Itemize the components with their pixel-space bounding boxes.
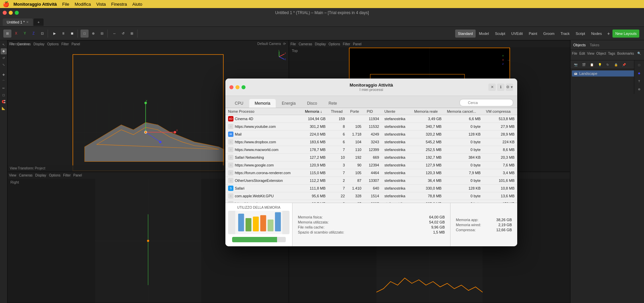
menu-finestra[interactable]: Finestra	[111, 2, 127, 7]
toolbar-y-btn[interactable]: Y	[21, 30, 29, 38]
vt-top-cameras[interactable]: Cameras	[299, 42, 312, 46]
am-btn-info[interactable]: ℹ	[497, 84, 504, 91]
th-memory[interactable]: Memoria ↓	[302, 108, 328, 115]
vt-filter[interactable]: Filter	[61, 42, 69, 46]
vt-display[interactable]: Display	[34, 42, 45, 46]
mode-tab-track[interactable]: Track	[558, 30, 572, 38]
toolbar-mode-btn[interactable]: ⊞	[3, 30, 11, 38]
table-row[interactable]: ○https://www.macworld.com 178,7 MB 7 110…	[225, 146, 517, 154]
rp-icon-render[interactable]: 🎬	[580, 61, 587, 68]
table-row[interactable]: ○com.apple.WebKit.GPU 95,6 MB 22 328 151…	[225, 192, 517, 200]
am-btn-close[interactable]: ✕	[488, 84, 496, 91]
mode-tab-script[interactable]: Script	[573, 30, 588, 38]
vt-right-display[interactable]: Display	[35, 173, 46, 177]
table-row[interactable]: ○https://www.google.com 120,9 MB 3 90 12…	[225, 161, 517, 169]
am-maximize-button[interactable]	[241, 85, 246, 89]
mode-tab-sculpt[interactable]: Sculpt	[492, 30, 508, 38]
c4d-tab-untitled[interactable]: Untitled 1 * ✕	[3, 18, 33, 26]
menu-file[interactable]: File	[62, 2, 69, 7]
vt-top-filter[interactable]: Filter	[343, 42, 350, 46]
table-row[interactable]: ○https://www.youtube.com 301,2 MB 8 105 …	[225, 123, 517, 131]
table-row[interactable]: ○https://forum.corona-renderer.com 115,0…	[225, 169, 517, 177]
rp-icon-camera[interactable]: 📷	[572, 61, 579, 68]
menu-modifica[interactable]: Modifica	[74, 2, 91, 7]
rp-icon-layer[interactable]: 📋	[588, 61, 595, 68]
table-row[interactable]: ○OtherUsersStorageExtension 112,2 MB 2 8…	[225, 177, 517, 185]
tool-create[interactable]: ✚	[1, 72, 7, 78]
am-tab-rete[interactable]: Rete	[323, 99, 342, 108]
table-row[interactable]: 4DCinema 4D 104,94 GB 159 11934 stefanos…	[225, 115, 517, 123]
vt-top-panel[interactable]: Panel	[353, 42, 362, 46]
tool-select[interactable]: ◻	[1, 92, 7, 98]
vt-panel[interactable]: Panel	[71, 42, 80, 46]
rp-view[interactable]: View	[587, 52, 594, 55]
toolbar-stop-btn[interactable]: ⏹	[68, 30, 76, 38]
rp-edit[interactable]: Edit	[579, 52, 585, 55]
toolbar-view-btn[interactable]: □	[80, 30, 89, 38]
toolbar-play-btn[interactable]: ▶	[51, 30, 59, 38]
table-row[interactable]: ✉Mail 224,0 MB 6 1.718 4249 stefanostrik…	[225, 131, 517, 138]
rp-icon-lock[interactable]: 🔒	[612, 61, 620, 68]
tool-scale[interactable]: ⤡	[1, 62, 7, 68]
tool-cursor[interactable]: ↖	[1, 42, 7, 48]
toolbar-move-btn[interactable]: ↔	[110, 30, 118, 38]
tool-paint[interactable]: ✏	[1, 85, 7, 91]
tool-snap[interactable]: 🧲	[1, 99, 7, 105]
th-ports[interactable]: Porte	[347, 108, 364, 115]
rp-icon-pin[interactable]: 📌	[620, 61, 628, 68]
mode-tab-nodes[interactable]: Nodes	[588, 30, 604, 38]
apple-menu[interactable]: 🍎	[3, 1, 9, 7]
takes-tab[interactable]: Takes	[590, 43, 599, 47]
rp-object[interactable]: Object	[596, 52, 606, 55]
tool-rotate[interactable]: ↺	[1, 55, 7, 61]
am-search-input[interactable]	[460, 99, 513, 106]
mode-tab-uvedit[interactable]: UVEdit	[508, 30, 525, 38]
icon-cube[interactable]: □	[636, 62, 643, 68]
toolbar-z-btn[interactable]: Z	[30, 30, 38, 38]
tool-spline[interactable]: ⌒	[1, 79, 7, 85]
icon-diamond[interactable]: ◆	[636, 70, 643, 77]
rp-search-btn[interactable]: 🔍	[635, 50, 643, 57]
th-real-mem[interactable]: Memoria reale	[412, 108, 444, 115]
vt-top-file[interactable]: File	[290, 42, 296, 46]
close-button[interactable]	[3, 11, 7, 15]
am-tab-memoria[interactable]: Memoria	[249, 99, 276, 108]
th-vm-comp[interactable]: VM compressa	[483, 108, 517, 115]
rp-tags[interactable]: Tags	[608, 52, 615, 55]
mode-tab-paint[interactable]: Paint	[526, 30, 540, 38]
vt-right-options[interactable]: Options	[49, 173, 60, 177]
th-cancel-mem[interactable]: Memoria cancel...	[444, 108, 483, 115]
rp-bookmarks[interactable]: Bookmarks	[617, 52, 634, 55]
vt-options[interactable]: Options	[47, 42, 59, 46]
am-tab-disco[interactable]: Disco	[302, 99, 322, 108]
am-btn-more[interactable]: ⚙ ▾	[506, 84, 513, 91]
toolbar-persp-btn[interactable]: ⊕	[89, 30, 97, 38]
icon-asterisk[interactable]: ⊛	[636, 86, 643, 93]
c4d-tab-add[interactable]: +	[34, 18, 44, 26]
menu-vista[interactable]: Vista	[96, 2, 106, 7]
rp-icon-refresh[interactable]: ↻	[604, 61, 611, 68]
am-close-button[interactable]	[229, 85, 233, 89]
rp-icon-light[interactable]: 💡	[596, 61, 603, 68]
vt-right-view[interactable]: View	[9, 173, 16, 177]
new-layouts-btn[interactable]: New Layouts	[612, 30, 639, 38]
mode-tab-model[interactable]: Model	[476, 30, 492, 38]
th-user[interactable]: Utente	[382, 108, 412, 115]
tree-item-landscape[interactable]: 🏔 Landscape ✓ 📌	[572, 70, 643, 77]
table-row[interactable]: ○Safari Networking 127,2 MB 10 192 669 s…	[225, 154, 517, 161]
table-row[interactable]: SSafari 111,8 MB 7 1.410 640 stefanostri…	[225, 185, 517, 192]
minimize-button[interactable]	[9, 11, 13, 15]
mode-tab-standard[interactable]: Standard	[455, 30, 476, 38]
app-name[interactable]: Monitoraggio Attività	[13, 2, 57, 7]
mode-tab-groom[interactable]: Groom	[541, 30, 557, 38]
vt-right-panel[interactable]: Panel	[73, 173, 82, 177]
vt-top-display[interactable]: Display	[315, 42, 326, 46]
vt-right-cameras[interactable]: Cameras	[19, 173, 33, 177]
icon-T[interactable]: T	[636, 78, 643, 85]
am-tab-cpu[interactable]: CPU	[229, 99, 249, 108]
mode-tab-add[interactable]: +	[605, 30, 612, 38]
maximize-button[interactable]	[15, 11, 19, 15]
am-tab-energia[interactable]: Energia	[276, 99, 301, 108]
table-row[interactable]: ○https://www.dropbox.com 183,6 MB 6 104 …	[225, 138, 517, 146]
th-threads[interactable]: Thread	[328, 108, 348, 115]
